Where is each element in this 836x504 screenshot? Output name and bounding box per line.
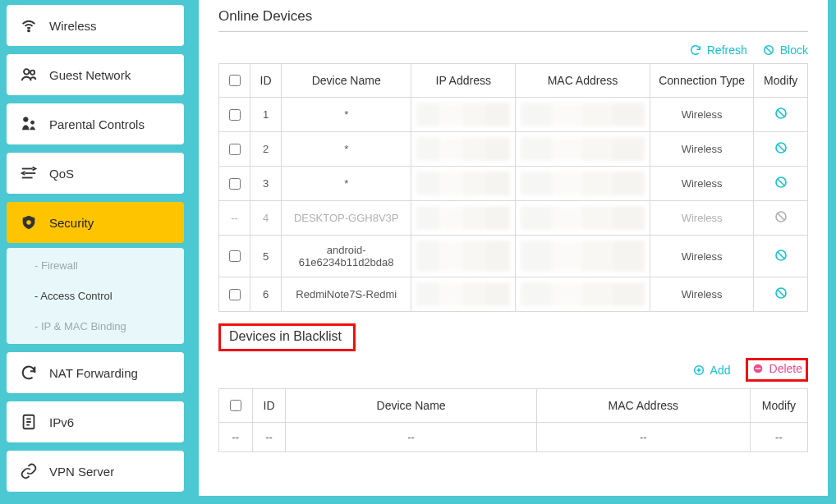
bl-header-modify: Modify	[750, 389, 807, 423]
cell-ip	[411, 277, 516, 312]
cell-name: DESKTOP-GGH8V3P	[282, 201, 411, 236]
svg-point-2	[30, 71, 34, 75]
header-name: Device Name	[282, 64, 411, 98]
cell-ctype: Wireless	[650, 98, 754, 132]
row-checkbox[interactable]	[229, 250, 241, 262]
cell-ctype: Wireless	[650, 132, 754, 167]
refresh-button[interactable]: Refresh	[689, 44, 747, 57]
bl-header-id: ID	[252, 389, 286, 423]
bl-header-checkbox	[219, 389, 253, 423]
nav-label: NAT Forwarding	[49, 366, 138, 380]
nav-guest-network[interactable]: Guest Network	[7, 54, 184, 95]
header-ip: IP Address	[411, 64, 516, 98]
nav-label: Parental Controls	[49, 117, 145, 131]
subnav-ip-mac-binding[interactable]: - IP & MAC Binding	[34, 320, 171, 332]
cell-ctype: Wireless	[650, 201, 754, 236]
row-block-icon[interactable]	[774, 175, 788, 190]
row-block-icon[interactable]	[774, 248, 788, 263]
table-row: --4DESKTOP-GGH8V3PWireless	[219, 201, 808, 236]
svg-point-5	[26, 220, 31, 225]
shield-icon	[20, 213, 38, 231]
row-block-icon[interactable]	[774, 106, 788, 121]
svg-point-1	[24, 69, 29, 74]
nav-label: QoS	[49, 167, 74, 181]
header-checkbox	[219, 64, 250, 98]
nav-label: Security	[49, 216, 94, 230]
cell-mac	[516, 277, 650, 312]
cell-name: *	[282, 98, 411, 132]
svg-rect-16	[755, 368, 760, 369]
delete-button[interactable]: Delete	[751, 362, 802, 375]
row-block-icon[interactable]	[774, 209, 788, 224]
blacklist-title: Devices in Blacklist	[229, 329, 342, 343]
cell-ip	[411, 98, 516, 132]
refresh-icon	[689, 44, 702, 57]
plus-circle-icon	[692, 364, 705, 377]
row-block-icon[interactable]	[774, 286, 788, 300]
cell-mac	[516, 167, 650, 201]
nav-security[interactable]: Security	[7, 202, 184, 243]
table-row: 6RedmiNote7S-RedmiWireless	[219, 277, 808, 312]
select-all-checkbox[interactable]	[229, 75, 241, 86]
cell-name: RedmiNote7S-Redmi	[282, 277, 411, 312]
cell-mac	[516, 132, 650, 167]
highlight-delete-button: Delete	[746, 358, 808, 382]
blacklist-empty-row: -- -- -- -- --	[219, 423, 808, 452]
cell-id: 6	[250, 277, 282, 312]
parental-icon	[20, 115, 38, 133]
table-row: 5android-61e6234b11d2bda8Wireless	[219, 236, 808, 277]
online-devices-title: Online Devices	[218, 3, 808, 31]
bl-header-mac: MAC Address	[536, 389, 750, 423]
subnav-access-control[interactable]: - Access Control	[34, 290, 171, 302]
cell-ctype: Wireless	[650, 167, 754, 201]
cell-name: android-61e6234b11d2bda8	[282, 236, 411, 277]
row-checkbox[interactable]	[229, 289, 241, 300]
nav-label: IPv6	[49, 415, 74, 429]
blacklist-toolbar: Add Delete	[218, 358, 808, 382]
block-button[interactable]: Block	[762, 44, 808, 57]
cell-ctype: Wireless	[650, 236, 754, 277]
block-icon	[762, 44, 775, 57]
cell-mac	[516, 98, 650, 132]
subnav-firewall[interactable]: - Firewall	[34, 259, 171, 272]
online-toolbar: Refresh Block	[218, 44, 808, 57]
header-mac: MAC Address	[516, 64, 650, 98]
cell-id: 3	[250, 167, 282, 201]
row-checkbox[interactable]	[229, 178, 241, 190]
nav-vpn-server[interactable]: VPN Server	[7, 451, 184, 492]
table-row: 3*Wireless	[219, 167, 808, 201]
header-ctype: Connection Type	[650, 64, 754, 98]
minus-circle-icon	[751, 362, 765, 375]
cell-id: 1	[250, 98, 282, 132]
nav-nat-forwarding[interactable]: NAT Forwarding	[7, 352, 184, 393]
users-icon	[20, 66, 38, 84]
nav-ipv6[interactable]: IPv6	[7, 401, 184, 442]
security-submenu: - Firewall - Access Control - IP & MAC B…	[7, 248, 184, 344]
table-row: 1*Wireless	[219, 98, 808, 132]
qos-icon	[20, 164, 38, 182]
row-checkbox[interactable]	[229, 144, 241, 155]
cell-name: *	[282, 132, 411, 167]
svg-point-3	[24, 117, 28, 122]
nav-label: Wireless	[49, 19, 97, 33]
link-icon	[20, 462, 38, 480]
table-row: 2*Wireless	[219, 132, 808, 167]
refresh-icon	[20, 364, 38, 382]
nav-parental-controls[interactable]: Parental Controls	[7, 103, 184, 144]
cell-ip	[411, 132, 516, 167]
nav-label: VPN Server	[49, 465, 114, 479]
sidebar: Wireless Guest Network Parental Controls…	[0, 0, 191, 504]
row-block-icon[interactable]	[774, 140, 788, 155]
cell-ip	[411, 236, 516, 277]
cell-ctype: Wireless	[650, 277, 754, 312]
header-id: ID	[250, 64, 282, 98]
bl-select-all-checkbox[interactable]	[230, 400, 241, 411]
svg-point-4	[31, 121, 34, 124]
row-checkbox[interactable]	[229, 109, 241, 121]
nav-wireless[interactable]: Wireless	[7, 5, 184, 46]
highlight-blacklist-title: Devices in Blacklist	[218, 323, 356, 351]
nav-qos[interactable]: QoS	[7, 153, 184, 194]
bl-header-name: Device Name	[286, 389, 536, 423]
add-button[interactable]: Add	[692, 364, 731, 377]
cell-id: 5	[250, 236, 282, 277]
